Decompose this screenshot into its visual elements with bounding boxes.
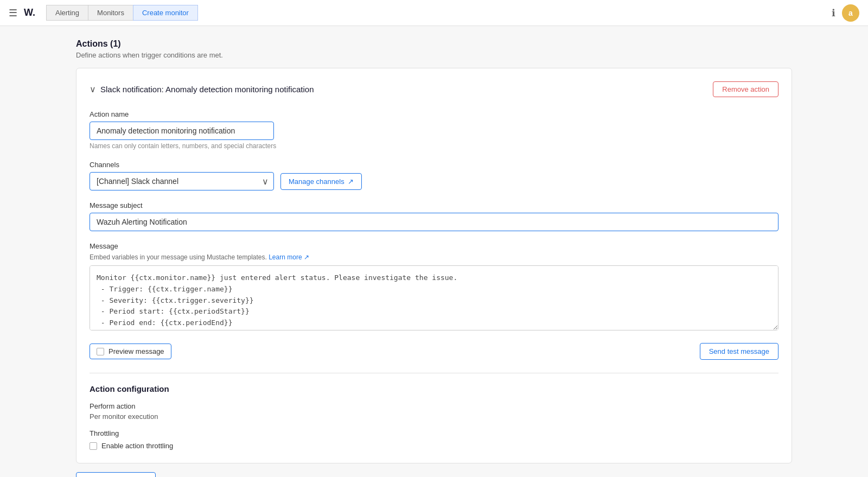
channels-row: [Channel] Slack channel ∨ Manage channel… <box>90 172 778 190</box>
message-group: Message Embed variables in your message … <box>90 242 778 332</box>
message-textarea[interactable] <box>90 265 778 330</box>
learn-more-link[interactable]: Learn more ↗ <box>269 253 309 261</box>
topbar: ☰ W. Alerting Monitors Create monitor ℹ … <box>0 0 868 26</box>
message-subject-label: Message subject <box>90 201 778 209</box>
remove-action-button[interactable]: Remove action <box>713 81 778 97</box>
preview-send-row: Preview message Send test message <box>90 343 778 360</box>
message-label: Message <box>90 242 778 250</box>
avatar[interactable]: a <box>842 4 859 22</box>
message-hint: Embed variables in your message using Mu… <box>90 253 778 261</box>
logo: W. <box>24 7 35 18</box>
throttling-checkbox-label[interactable]: Enable action throttling <box>90 442 778 450</box>
breadcrumb: Alerting Monitors Create monitor <box>46 5 198 21</box>
channels-label: Channels <box>90 161 778 169</box>
throttling-checkbox-text: Enable action throttling <box>101 442 173 450</box>
preview-message-label[interactable]: Preview message <box>90 344 171 359</box>
divider <box>90 373 778 373</box>
manage-channels-label: Manage channels <box>289 177 344 186</box>
breadcrumb-monitors[interactable]: Monitors <box>88 5 133 21</box>
section-title: Actions (1) <box>76 39 792 49</box>
card-header-left: ∨ Slack notification: Anomaly detection … <box>90 84 314 94</box>
message-hint-text: Embed variables in your message using Mu… <box>90 253 267 261</box>
manage-channels-button[interactable]: Manage channels ↗ <box>280 173 362 190</box>
menu-icon[interactable]: ☰ <box>9 7 17 19</box>
message-subject-group: Message subject <box>90 201 778 231</box>
action-name-hint: Names can only contain letters, numbers,… <box>90 142 778 150</box>
throttling-checkbox[interactable] <box>90 442 97 450</box>
send-test-button[interactable]: Send test message <box>700 343 778 360</box>
action-config-title: Action configuration <box>90 384 778 393</box>
perform-action-label: Perform action <box>90 402 778 410</box>
card-header: ∨ Slack notification: Anomaly detection … <box>90 81 778 97</box>
preview-message-checkbox[interactable] <box>97 348 104 355</box>
topbar-right: ℹ a <box>832 4 859 22</box>
channel-select[interactable]: [Channel] Slack channel <box>90 172 274 190</box>
channel-select-wrapper: [Channel] Slack channel ∨ <box>90 172 274 190</box>
breadcrumb-alerting[interactable]: Alerting <box>46 5 88 21</box>
main-content: Actions (1) Define actions when trigger … <box>54 26 814 477</box>
add-another-action-button[interactable]: Add another action <box>76 472 156 477</box>
action-name-input[interactable] <box>90 122 274 140</box>
channels-group: Channels [Channel] Slack channel ∨ Manag… <box>90 161 778 190</box>
info-icon[interactable]: ℹ <box>832 7 835 19</box>
action-name-group: Action name Names can only contain lette… <box>90 110 778 150</box>
learn-more-label: Learn more <box>269 253 302 261</box>
message-subject-input[interactable] <box>90 213 778 231</box>
external-link-icon: ↗ <box>304 253 309 261</box>
action-card: ∨ Slack notification: Anomaly detection … <box>76 68 792 463</box>
card-header-title: Slack notification: Anomaly detection mo… <box>100 85 314 94</box>
section-subtitle: Define actions when trigger conditions a… <box>76 51 792 59</box>
external-link-icon: ↗ <box>348 177 354 186</box>
chevron-down-icon[interactable]: ∨ <box>90 84 96 94</box>
throttling-label: Throttling <box>90 429 778 437</box>
breadcrumb-create-monitor[interactable]: Create monitor <box>133 5 198 21</box>
perform-action-value: Per monitor execution <box>90 412 778 421</box>
action-name-label: Action name <box>90 110 778 118</box>
preview-message-text: Preview message <box>108 347 164 355</box>
